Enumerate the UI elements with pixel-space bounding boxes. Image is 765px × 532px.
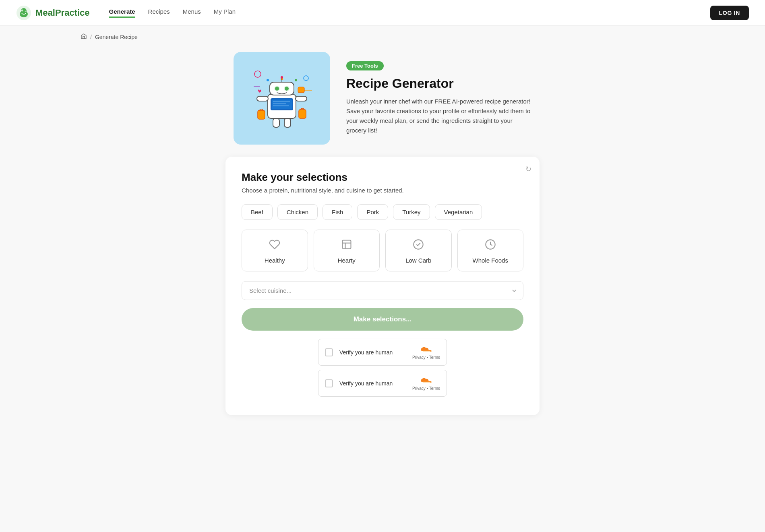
nav-link-recipes[interactable]: Recipes	[148, 8, 170, 18]
svg-rect-22	[298, 87, 304, 93]
svg-point-28	[295, 79, 297, 81]
hero-image	[234, 52, 330, 145]
refresh-icon[interactable]: ↻	[525, 165, 531, 174]
protein-vegetarian[interactable]: Vegetarian	[435, 204, 482, 220]
style-lowcarb[interactable]: Low Carb	[385, 230, 452, 271]
selections-title: Make your selections	[242, 171, 523, 184]
svg-point-17	[275, 87, 279, 91]
style-wholefoods-label: Whole Foods	[473, 257, 508, 264]
cf-terms-1[interactable]: Terms	[429, 355, 440, 360]
style-hearty[interactable]: Hearty	[314, 230, 380, 271]
cloudflare-verify-2: Verify you are human Privacy • Terms	[318, 370, 447, 397]
hero-title: Recipe Generator	[346, 76, 531, 91]
protein-row: Beef Chicken Fish Pork Turkey Vegetarian	[242, 204, 523, 220]
lowcarb-icon	[413, 239, 424, 253]
cf-terms-2[interactable]: Terms	[429, 386, 440, 391]
cf-privacy-2[interactable]: Privacy	[412, 386, 426, 391]
hero-illustration	[246, 62, 318, 135]
wholefoods-icon	[485, 239, 496, 253]
protein-beef[interactable]: Beef	[242, 204, 273, 220]
svg-rect-21	[296, 96, 307, 101]
style-healthy-label: Healthy	[265, 257, 285, 264]
svg-rect-15	[270, 82, 294, 95]
cf-verify-text-2: Verify you are human	[339, 380, 406, 387]
svg-point-3	[21, 9, 23, 11]
breadcrumb-home[interactable]	[81, 33, 87, 41]
style-row: Healthy Hearty Low Carb	[242, 230, 523, 271]
protein-chicken[interactable]: Chicken	[277, 204, 318, 220]
cuisine-select[interactable]: Select cuisine... American Italian Mexic…	[242, 281, 523, 300]
breadcrumb-separator: /	[90, 34, 92, 40]
logo-icon	[16, 5, 31, 21]
nav-link-myplan[interactable]: My Plan	[214, 8, 236, 18]
hero-description: Unleash your inner chef with our FREE AI…	[346, 97, 531, 135]
selections-subtitle: Choose a protein, nutritional style, and…	[242, 187, 523, 194]
breadcrumb: / Generate Recipe	[0, 26, 765, 48]
svg-rect-23	[258, 110, 265, 119]
logo-text: MealPractice	[35, 8, 90, 18]
cloudflare-verify-1: Verify you are human Privacy • Terms	[318, 339, 447, 366]
free-tools-badge: Free Tools	[346, 61, 384, 70]
navbar-left: MealPractice Generate Recipes Menus My P…	[16, 5, 236, 21]
hero-content: Free Tools Recipe Generator Unleash your…	[346, 61, 531, 135]
style-hearty-label: Hearty	[338, 257, 356, 264]
svg-point-5	[254, 71, 261, 77]
nav-link-menus[interactable]: Menus	[183, 8, 201, 18]
svg-rect-24	[299, 110, 306, 118]
nav-links: Generate Recipes Menus My Plan	[109, 8, 236, 18]
cloudflare-cloud-icon-2	[419, 376, 434, 385]
svg-rect-20	[257, 96, 268, 101]
style-wholefoods[interactable]: Whole Foods	[457, 230, 524, 271]
cf-checkbox-1[interactable]	[325, 348, 333, 356]
style-lowcarb-label: Low Carb	[405, 257, 431, 264]
svg-rect-11	[272, 99, 292, 109]
hearty-icon	[341, 239, 352, 253]
cloudflare-cloud-icon-1	[419, 345, 434, 354]
navbar: MealPractice Generate Recipes Menus My P…	[0, 0, 765, 26]
svg-point-6	[304, 76, 308, 81]
svg-rect-25	[273, 118, 279, 127]
cf-checkbox-2[interactable]	[325, 379, 333, 387]
cf-links-2: Privacy • Terms	[412, 386, 440, 391]
generate-button[interactable]: Make selections...	[242, 308, 523, 331]
cf-logo-1: Privacy • Terms	[412, 345, 440, 360]
selections-card: ↻ Make your selections Choose a protein,…	[225, 157, 540, 415]
cf-privacy-1[interactable]: Privacy	[412, 355, 426, 360]
breadcrumb-current: Generate Recipe	[95, 34, 138, 40]
hero-section: Free Tools Recipe Generator Unleash your…	[225, 52, 540, 145]
protein-fish[interactable]: Fish	[323, 204, 352, 220]
svg-point-4	[25, 10, 26, 12]
nav-link-generate[interactable]: Generate	[109, 8, 135, 18]
login-button[interactable]: LOG IN	[710, 6, 749, 20]
protein-pork[interactable]: Pork	[357, 204, 388, 220]
style-healthy[interactable]: Healthy	[242, 230, 308, 271]
cf-links-1: Privacy • Terms	[412, 355, 440, 360]
svg-point-31	[281, 76, 283, 79]
logo[interactable]: MealPractice	[16, 5, 90, 21]
svg-rect-32	[342, 240, 351, 249]
cf-logo-2: Privacy • Terms	[412, 376, 440, 391]
home-icon	[81, 33, 87, 39]
healthy-icon	[269, 239, 280, 253]
protein-turkey[interactable]: Turkey	[393, 204, 430, 220]
svg-rect-26	[284, 118, 291, 127]
cf-verify-text-1: Verify you are human	[339, 349, 406, 356]
svg-point-19	[285, 87, 289, 91]
svg-point-27	[267, 79, 269, 81]
